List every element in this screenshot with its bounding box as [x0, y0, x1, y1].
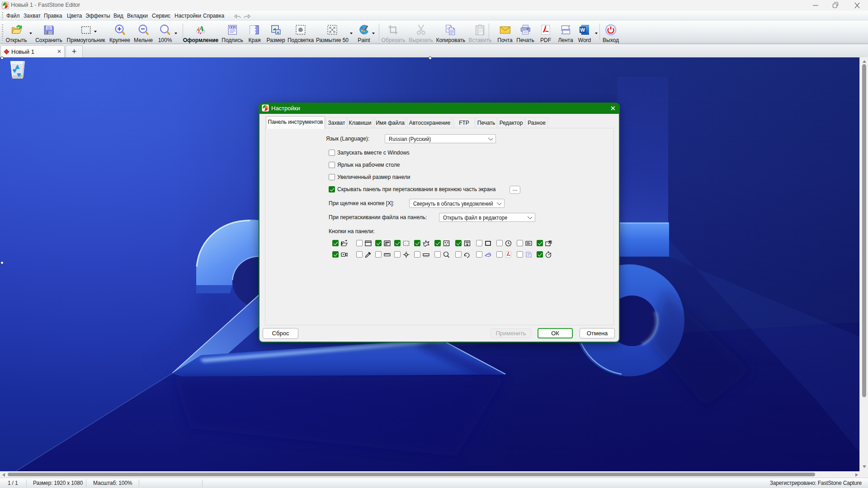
svg-text:W: W: [580, 27, 585, 33]
svg-text:A: A: [198, 24, 204, 33]
